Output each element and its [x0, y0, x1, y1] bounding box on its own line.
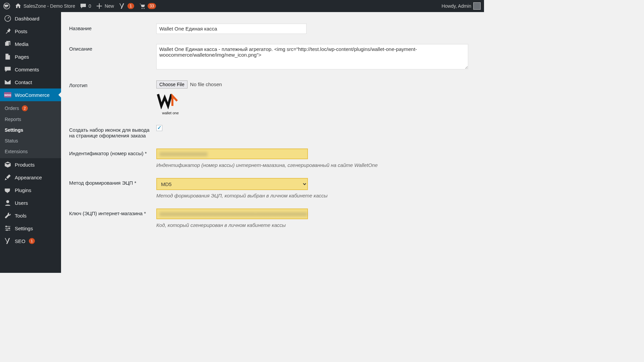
comment-icon: [4, 66, 11, 73]
logo-text: wallet one: [156, 111, 184, 115]
submenu-label: Extensions: [5, 149, 28, 154]
howdy-link[interactable]: Howdy, Admin: [442, 2, 481, 10]
avatar-icon: [473, 2, 481, 10]
mail-icon: [4, 78, 11, 86]
field-label-identifier: Индентификатор (номер кассы) *: [69, 144, 156, 174]
field-label-method: Метод формирования ЭЦП *: [69, 174, 156, 204]
submenu-item-orders[interactable]: Orders 2: [0, 103, 61, 114]
submenu-item-extensions[interactable]: Extensions: [0, 146, 61, 157]
site-name: SalesZone - Demo Store: [23, 3, 75, 9]
submenu-label: Status: [5, 138, 18, 143]
sidebar-item-contact[interactable]: Contact: [0, 76, 61, 88]
svg-point-2: [6, 200, 9, 203]
user-icon: [4, 199, 11, 206]
new-label: New: [105, 3, 114, 9]
field-label-title: Название: [69, 19, 156, 40]
svg-point-5: [6, 229, 8, 231]
new-link[interactable]: New: [96, 3, 114, 9]
sidebar-item-pages[interactable]: Pages: [0, 50, 61, 63]
sidebar-label: Settings: [15, 226, 33, 231]
sidebar-item-settings[interactable]: Settings: [0, 222, 61, 235]
field-label-logo: Логотип: [69, 76, 156, 121]
field-label-key: Ключ (ЭЦП) интернет-магазина *: [69, 204, 156, 234]
site-home-link[interactable]: SalesZone - Demo Store: [15, 3, 75, 9]
submenu-item-settings[interactable]: Settings: [0, 125, 61, 135]
identifier-input-highlighted: XXXXXXXXXXXXX: [156, 148, 308, 159]
cart-icon: [139, 3, 146, 9]
yoast-icon: [4, 237, 11, 245]
sidebar-label: Products: [15, 162, 35, 168]
file-status-text: No file chosen: [190, 81, 222, 87]
sliders-icon: [4, 225, 11, 232]
key-input[interactable]: XXXXXXXXXXXXXXXXXXXXXXXXXXXXXXXXXXXXXXXX…: [157, 209, 307, 219]
method-select-highlighted: MD5: [156, 178, 308, 190]
plug-icon: [4, 186, 11, 194]
sidebar-item-seo[interactable]: SEO 1: [0, 235, 61, 247]
wrench-icon: [4, 212, 11, 219]
wordpress-icon: [3, 3, 10, 9]
comment-icon: [80, 3, 87, 9]
howdy-label: Howdy, Admin: [442, 3, 471, 9]
sidebar-item-plugins[interactable]: Plugins: [0, 184, 61, 196]
sidebar-label: Contact: [15, 79, 32, 85]
identifier-help-text: Индентификатор (номер кассы) интернет-ма…: [156, 162, 477, 168]
method-help-text: Метод формирования ЭЦП, который выбран в…: [156, 193, 477, 198]
iconset-checkbox[interactable]: [156, 125, 162, 131]
sidebar-label: Pages: [15, 54, 29, 60]
sidebar-item-media[interactable]: Media: [0, 38, 61, 50]
brush-icon: [4, 174, 11, 181]
pin-icon: [4, 27, 11, 35]
dashboard-icon: [4, 15, 11, 22]
sidebar-label: Users: [15, 200, 28, 206]
choose-file-button[interactable]: Choose File: [156, 80, 187, 88]
logo-preview: wallet one: [156, 93, 184, 115]
submenu-label: Orders: [5, 106, 19, 111]
sidebar-item-users[interactable]: Users: [0, 196, 61, 209]
admin-top-bar: SalesZone - Demo Store 0 New 1 33 Howdy,…: [0, 0, 484, 12]
key-help-text: Код, который сгенерирован в личном кабин…: [156, 222, 477, 228]
identifier-input[interactable]: XXXXXXXXXXXXX: [157, 149, 307, 159]
yoast-icon: [119, 3, 125, 9]
submenu-item-reports[interactable]: Reports: [0, 114, 61, 125]
field-label-iconset: Создать набор иконок для вывода на стран…: [69, 121, 156, 144]
title-input[interactable]: [156, 23, 307, 34]
plus-icon: [96, 3, 103, 9]
sidebar-label: Posts: [15, 28, 28, 34]
cart-count-badge: 33: [148, 3, 156, 9]
comments-count: 0: [89, 3, 91, 9]
sidebar-item-dashboard[interactable]: Dashboard: [0, 12, 61, 25]
signature-method-select[interactable]: MD5: [157, 179, 307, 189]
page-icon: [4, 53, 11, 60]
sidebar-label: Dashboard: [15, 16, 39, 21]
home-icon: [15, 3, 21, 9]
comments-link[interactable]: 0: [80, 3, 91, 9]
sidebar-item-products[interactable]: Products: [0, 158, 61, 171]
yoast-link[interactable]: 1: [119, 3, 134, 9]
wp-logo[interactable]: [3, 3, 10, 9]
sidebar-item-appearance[interactable]: Appearance: [0, 171, 61, 184]
key-input-highlighted: XXXXXXXXXXXXXXXXXXXXXXXXXXXXXXXXXXXXXXXX…: [156, 208, 308, 219]
sidebar-label: Tools: [15, 213, 26, 219]
submenu-label: Reports: [5, 117, 21, 122]
submenu-item-status[interactable]: Status: [0, 135, 61, 146]
sidebar-item-comments[interactable]: Comments: [0, 63, 61, 76]
sidebar-label: Plugins: [15, 187, 31, 193]
field-label-description: Описание: [69, 40, 156, 76]
sidebar-label: Comments: [15, 67, 39, 72]
sidebar-item-tools[interactable]: Tools: [0, 209, 61, 222]
admin-sidebar: Dashboard Posts Media Pages Comments Con…: [0, 12, 61, 273]
sidebar-item-posts[interactable]: Posts: [0, 25, 61, 38]
sidebar-item-woocommerce[interactable]: woo WooCommerce: [0, 88, 61, 101]
main-content[interactable]: Название Описание Логотип Choose File: [61, 12, 484, 273]
sidebar-label: Media: [15, 41, 29, 47]
description-textarea[interactable]: [156, 44, 468, 69]
media-icon: [4, 40, 11, 48]
sidebar-label: WooCommerce: [15, 92, 50, 98]
woocommerce-icon: woo: [4, 92, 11, 98]
woocommerce-submenu: Orders 2 Reports Settings Status Extensi…: [0, 101, 61, 158]
products-icon: [4, 161, 11, 168]
svg-point-3: [5, 226, 7, 227]
submenu-label: Settings: [5, 127, 23, 133]
yoast-count-badge: 1: [127, 3, 134, 9]
cart-link[interactable]: 33: [139, 3, 156, 9]
